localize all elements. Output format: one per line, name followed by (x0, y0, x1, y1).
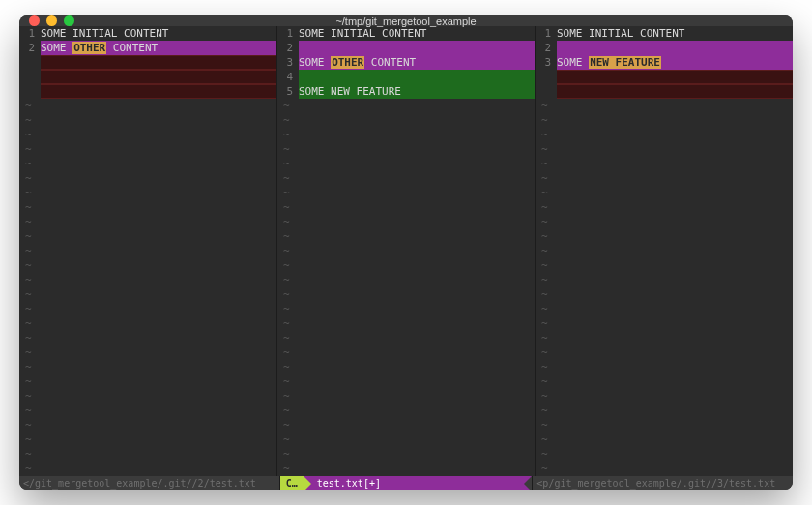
empty-line: ~ (19, 374, 276, 389)
mode-chip: C… (280, 476, 304, 490)
code-line[interactable]: 1SOME INITIAL CONTENT (536, 26, 793, 41)
window-title: ~/tmp/git_mergetool_example (19, 15, 793, 27)
code-line[interactable]: 2 (536, 41, 793, 55)
code-line[interactable]: 2 (277, 41, 535, 55)
empty-line: ~ (277, 302, 535, 316)
empty-line: ~ (536, 403, 793, 418)
empty-line: ~ (277, 113, 535, 128)
empty-line: ~ (277, 258, 535, 273)
empty-line: ~ (19, 186, 276, 200)
empty-line: ~ (536, 302, 793, 316)
pane-right[interactable]: 1SOME INITIAL CONTENT23SOME NEW FEATURE~… (536, 26, 793, 476)
empty-line: ~ (277, 331, 535, 345)
empty-line: ~ (19, 113, 276, 128)
pane-center[interactable]: 1SOME INITIAL CONTENT23SOME OTHER CONTEN… (277, 26, 536, 476)
empty-line: ~ (277, 389, 535, 403)
line-number: 1 (19, 26, 41, 41)
chevron-left-icon (524, 476, 532, 490)
status-center: C… test.txt[+] (280, 476, 534, 490)
code-line[interactable] (19, 70, 276, 84)
line-number: 5 (277, 84, 299, 99)
empty-line: ~ (536, 113, 793, 128)
empty-line: ~ (277, 461, 535, 476)
line-number: 3 (277, 55, 299, 70)
empty-line: ~ (277, 345, 535, 360)
empty-line: ~ (536, 186, 793, 200)
empty-line: ~ (19, 447, 276, 461)
code-line[interactable]: 2SOME OTHER CONTENT (19, 41, 276, 55)
line-number: 4 (277, 70, 299, 84)
empty-line: ~ (277, 229, 535, 244)
empty-line: ~ (19, 418, 276, 432)
empty-line: ~ (277, 418, 535, 432)
empty-line: ~ (19, 142, 276, 157)
empty-line: ~ (536, 99, 793, 113)
empty-line: ~ (277, 287, 535, 302)
empty-line: ~ (277, 403, 535, 418)
empty-line: ~ (277, 360, 535, 374)
code-line[interactable] (19, 84, 276, 99)
empty-line: ~ (277, 186, 535, 200)
empty-line: ~ (536, 128, 793, 142)
pane-left[interactable]: 1SOME INITIAL CONTENT2SOME OTHER CONTENT… (19, 26, 277, 476)
empty-line: ~ (277, 128, 535, 142)
empty-line: ~ (536, 287, 793, 302)
empty-line: ~ (536, 389, 793, 403)
empty-line: ~ (536, 374, 793, 389)
status-filename: test.txt[+] (311, 476, 381, 490)
empty-line: ~ (19, 360, 276, 374)
empty-line: ~ (536, 331, 793, 345)
code-line[interactable]: 1SOME INITIAL CONTENT (277, 26, 535, 41)
code-line[interactable]: 4 (277, 70, 535, 84)
empty-line: ~ (277, 171, 535, 186)
terminal-window: ~/tmp/git_mergetool_example 1SOME INITIA… (19, 15, 793, 490)
status-bars: </git_mergetool_example/.git//2/test.txt… (19, 476, 793, 490)
empty-line: ~ (19, 258, 276, 273)
vim-panes: 1SOME INITIAL CONTENT2SOME OTHER CONTENT… (19, 26, 793, 476)
empty-line: ~ (536, 273, 793, 287)
empty-line: ~ (19, 200, 276, 215)
empty-line: ~ (19, 389, 276, 403)
line-number: 1 (277, 26, 299, 41)
empty-line: ~ (536, 316, 793, 331)
line-number: 2 (277, 41, 299, 55)
empty-line: ~ (536, 418, 793, 432)
code-line[interactable]: 3SOME OTHER CONTENT (277, 55, 535, 70)
empty-line: ~ (19, 461, 276, 476)
code-line[interactable] (536, 84, 793, 99)
empty-line: ~ (536, 258, 793, 273)
empty-line: ~ (536, 432, 793, 447)
code-line[interactable]: 5SOME NEW FEATURE (277, 84, 535, 99)
empty-line: ~ (19, 287, 276, 302)
empty-line: ~ (19, 99, 276, 113)
code-line[interactable] (19, 55, 276, 70)
empty-line: ~ (536, 157, 793, 171)
empty-line: ~ (277, 200, 535, 215)
empty-line: ~ (536, 345, 793, 360)
chevron-right-icon (304, 476, 311, 490)
empty-line: ~ (19, 229, 276, 244)
empty-line: ~ (19, 157, 276, 171)
empty-line: ~ (277, 273, 535, 287)
empty-line: ~ (277, 157, 535, 171)
empty-line: ~ (19, 345, 276, 360)
status-left: </git_mergetool_example/.git//2/test.txt (19, 476, 280, 490)
code-line[interactable]: 3SOME NEW FEATURE (536, 55, 793, 70)
line-number: 2 (536, 41, 557, 55)
empty-line: ~ (536, 244, 793, 258)
empty-line: ~ (536, 200, 793, 215)
empty-line: ~ (277, 215, 535, 229)
empty-line: ~ (19, 244, 276, 258)
code-line[interactable]: 1SOME INITIAL CONTENT (19, 26, 276, 41)
line-number: 2 (19, 41, 41, 55)
empty-line: ~ (19, 215, 276, 229)
empty-line: ~ (19, 403, 276, 418)
code-line[interactable] (536, 70, 793, 84)
empty-line: ~ (536, 461, 793, 476)
empty-line: ~ (19, 331, 276, 345)
empty-line: ~ (277, 244, 535, 258)
empty-line: ~ (536, 171, 793, 186)
empty-line: ~ (277, 316, 535, 331)
empty-line: ~ (19, 171, 276, 186)
empty-line: ~ (277, 374, 535, 389)
